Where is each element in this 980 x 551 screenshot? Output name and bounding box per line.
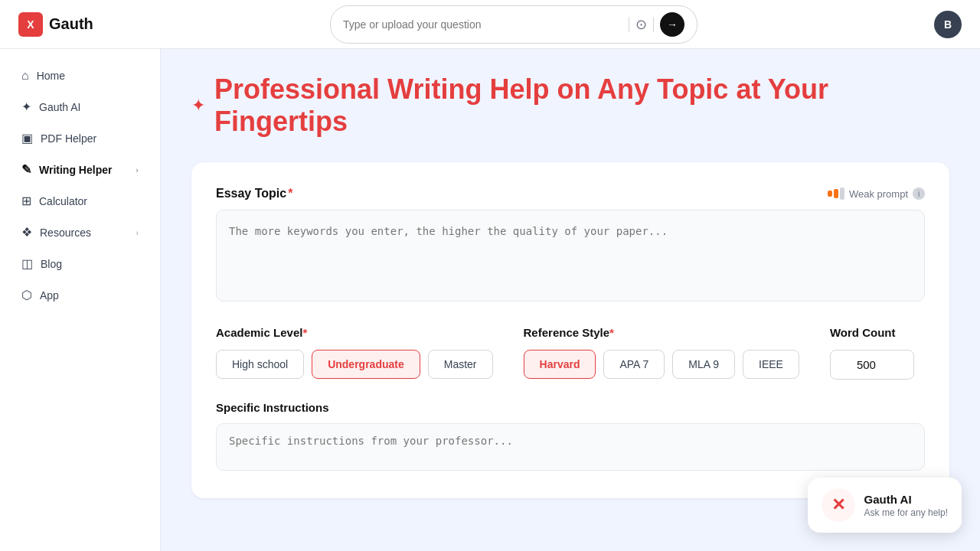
- sidebar-item-label: Blog: [41, 258, 62, 270]
- search-input[interactable]: [343, 18, 622, 31]
- search-divider: [629, 17, 629, 32]
- info-icon[interactable]: i: [913, 187, 925, 200]
- fields-row: Academic Level* High school Undergraduat…: [216, 326, 925, 380]
- calculator-icon: ⊞: [21, 194, 31, 208]
- essay-topic-label: Essay Topic*: [216, 187, 292, 201]
- bar-3: [840, 187, 844, 200]
- sidebar-item-label: Home: [37, 70, 65, 82]
- sidebar-item-label: PDF Helper: [41, 132, 96, 145]
- sidebar-item-label: Gauth AI: [39, 101, 80, 113]
- chat-bubble-title: Gauth AI: [864, 493, 948, 506]
- app-icon: ⬡: [21, 288, 32, 302]
- sidebar-item-label: App: [40, 289, 59, 302]
- academic-level-undergraduate[interactable]: Undergraduate: [312, 350, 420, 379]
- resources-icon: ❖: [21, 225, 32, 240]
- sidebar-item-blog[interactable]: ◫ Blog: [6, 249, 154, 279]
- sidebar: ⌂ Home ✦ Gauth AI ▣ PDF Helper ✎ Writing…: [0, 49, 161, 551]
- sidebar-item-app[interactable]: ⬡ App: [6, 280, 154, 310]
- chevron-right-icon-resources: ›: [136, 228, 139, 237]
- camera-icon[interactable]: ⊙: [635, 16, 647, 33]
- reference-style-options: Harvard APA 7 MLA 9 IEEE: [524, 350, 799, 379]
- sidebar-item-label: Calculator: [39, 195, 87, 207]
- academic-level-high-school[interactable]: High school: [216, 350, 304, 379]
- academic-level-options: High school Undergraduate Master: [216, 350, 493, 379]
- bar-2: [834, 189, 838, 198]
- bar-1: [828, 191, 832, 197]
- weak-prompt-indicator: Weak prompt i: [828, 187, 925, 200]
- logo-text: Gauth: [49, 15, 93, 33]
- writing-form-card: Essay Topic* Weak prompt i Aca: [191, 162, 949, 498]
- sidebar-item-resources[interactable]: ❖ Resources ›: [6, 217, 154, 247]
- specific-instructions-label: Specific Instructions: [216, 401, 925, 414]
- search-divider-2: [653, 17, 654, 32]
- reference-style-apa7[interactable]: APA 7: [603, 350, 665, 379]
- gauth-ai-icon: ✦: [21, 99, 31, 114]
- chat-bubble-subtitle: Ask me for any help!: [864, 507, 948, 518]
- chevron-right-icon: ›: [136, 165, 139, 174]
- avatar[interactable]: B: [934, 11, 962, 38]
- sidebar-item-gauth-ai[interactable]: ✦ Gauth AI: [6, 92, 154, 122]
- sidebar-item-pdf-helper[interactable]: ▣ PDF Helper: [6, 123, 154, 153]
- search-bar: ⊙ →: [330, 5, 697, 44]
- word-count-group: Word Count: [830, 326, 914, 380]
- reference-style-ieee[interactable]: IEEE: [743, 350, 799, 379]
- reference-style-harvard[interactable]: Harvard: [524, 350, 596, 379]
- blog-icon: ◫: [21, 256, 33, 271]
- reference-style-group: Reference Style* Harvard APA 7 MLA 9 IEE…: [524, 326, 799, 379]
- search-submit-button[interactable]: →: [660, 12, 684, 37]
- required-marker: *: [288, 187, 292, 200]
- home-icon: ⌂: [21, 69, 29, 83]
- page-hero: ✦ Professional Writing Help on Any Topic…: [191, 73, 949, 138]
- page-title: Professional Writing Help on Any Topic a…: [214, 73, 949, 138]
- specific-instructions-group: Specific Instructions: [216, 401, 925, 474]
- word-count-input[interactable]: [830, 350, 914, 380]
- sidebar-item-writing-helper[interactable]: ✎ Writing Helper ›: [6, 155, 154, 184]
- sidebar-item-home[interactable]: ⌂ Home: [6, 61, 154, 90]
- sidebar-item-calculator[interactable]: ⊞ Calculator: [6, 186, 154, 216]
- specific-instructions-input[interactable]: [216, 423, 925, 471]
- star-icon: ✦: [191, 96, 205, 116]
- essay-topic-header: Essay Topic* Weak prompt i: [216, 187, 925, 201]
- reference-style-label: Reference Style*: [524, 326, 799, 339]
- gauth-x-icon: ✕: [831, 495, 845, 515]
- main-content: ✦ Professional Writing Help on Any Topic…: [161, 49, 980, 551]
- reference-style-mla9[interactable]: MLA 9: [672, 350, 735, 379]
- logo-icon: X: [18, 12, 43, 37]
- writing-icon: ✎: [21, 162, 31, 177]
- required-marker-ref: *: [609, 326, 614, 339]
- sidebar-item-label: Writing Helper: [39, 164, 112, 176]
- word-count-label: Word Count: [830, 326, 914, 339]
- required-marker-academic: *: [302, 326, 307, 339]
- chat-bubble-icon: ✕: [822, 488, 855, 522]
- chat-bubble-text: Gauth AI Ask me for any help!: [864, 493, 948, 518]
- pdf-icon: ▣: [21, 131, 33, 145]
- layout: ⌂ Home ✦ Gauth AI ▣ PDF Helper ✎ Writing…: [0, 49, 980, 551]
- logo[interactable]: X Gauth: [18, 12, 93, 37]
- academic-level-group: Academic Level* High school Undergraduat…: [216, 326, 493, 379]
- chat-bubble[interactable]: ✕ Gauth AI Ask me for any help!: [808, 478, 962, 533]
- academic-level-label: Academic Level*: [216, 326, 493, 339]
- sidebar-item-label: Resources: [40, 227, 91, 239]
- academic-level-master[interactable]: Master: [428, 350, 493, 379]
- essay-topic-input[interactable]: [216, 210, 925, 302]
- prompt-strength-bars: [828, 187, 844, 200]
- header: X Gauth ⊙ → B: [0, 0, 980, 49]
- weak-prompt-label: Weak prompt: [849, 188, 908, 200]
